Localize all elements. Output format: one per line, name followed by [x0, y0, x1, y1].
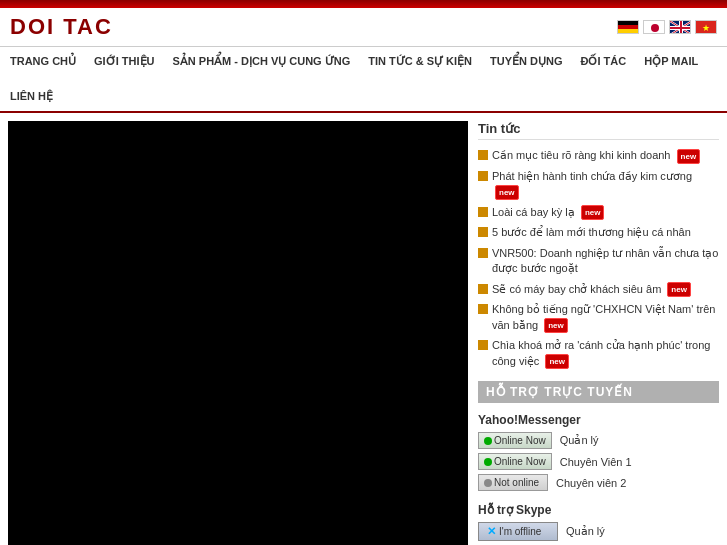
offline-button-text: Not online	[494, 477, 539, 488]
news-bullet-icon	[478, 304, 488, 314]
agent-row: Online Now Chuyên Viên 1	[478, 453, 719, 470]
nav-news[interactable]: TIN TỨC & SỰ KIỆN	[368, 53, 472, 70]
skype-agent-name: Quản lý	[566, 525, 605, 538]
agent-name-3: Chuyên viên 2	[556, 477, 626, 489]
new-badge: new	[544, 318, 568, 333]
skype-button-text: I'm offline	[499, 526, 541, 537]
support-section-header: HỖ TRỢ TRỰC TUYẾN	[478, 381, 719, 403]
list-item: Cần mục tiêu rõ ràng khi kinh doanh new	[478, 148, 719, 164]
news-link[interactable]: Sẽ có máy bay chở khách siêu âm new	[492, 282, 691, 298]
flag-german[interactable]	[617, 20, 639, 34]
list-item: Loài cá bay kỳ lạ new	[478, 205, 719, 221]
main-navigation: TRANG CHỦ GIỚI THIỆU SẢN PHẨM - DỊCH VỤ …	[0, 47, 727, 113]
news-link[interactable]: Không bỏ tiếng ngữ 'CHXHCN Việt Nam' trê…	[492, 302, 719, 333]
list-item: VNR500: Doanh nghiệp tư nhân vẫn chưa tạ…	[478, 246, 719, 277]
offline-status-icon	[484, 479, 492, 487]
flag-japanese[interactable]	[643, 20, 665, 34]
news-bullet-icon	[478, 340, 488, 350]
agent-online-button-2[interactable]: Online Now	[478, 453, 552, 470]
header: DOI TAC	[0, 8, 727, 47]
agent-name-2: Chuyên Viên 1	[560, 456, 632, 468]
news-link[interactable]: 5 bước để làm mới thương hiệu cá nhân	[492, 225, 691, 240]
news-bullet-icon	[478, 284, 488, 294]
news-bullet-icon	[478, 207, 488, 217]
svg-rect-8	[670, 27, 691, 29]
messenger-label: Yahoo!Messenger	[478, 413, 719, 427]
news-list: Cần mục tiêu rõ ràng khi kinh doanh new …	[478, 148, 719, 369]
messenger-section: Yahoo!Messenger Online Now Quản lý Onlin…	[478, 409, 719, 499]
news-bullet-icon	[478, 150, 488, 160]
agent-row: Not online Chuyên viên 2	[478, 474, 719, 491]
nav-home[interactable]: TRANG CHỦ	[10, 53, 76, 70]
new-badge: new	[667, 282, 691, 297]
list-item: 5 bước để làm mới thương hiệu cá nhân	[478, 225, 719, 240]
nav-contact[interactable]: LIÊN HỆ	[10, 88, 53, 105]
news-link[interactable]: Phát hiện hành tinh chứa đầy kim cương n…	[492, 169, 719, 200]
news-link[interactable]: Cần mục tiêu rõ ràng khi kinh doanh new	[492, 148, 700, 164]
skype-offline-button[interactable]: ✕ I'm offline	[478, 522, 558, 541]
online-status-icon	[484, 458, 492, 466]
nav-partners[interactable]: ĐỐI TÁC	[581, 53, 627, 70]
agent-row: Online Now Quản lý	[478, 432, 719, 449]
news-bullet-icon	[478, 171, 488, 181]
new-badge: new	[581, 205, 605, 220]
logo-area: DOI TAC	[10, 14, 113, 40]
main-content: Tin tức Cần mục tiêu rõ ràng khi kinh do…	[0, 113, 727, 545]
media-panel	[8, 121, 468, 545]
skype-section: Hỗ trợ Skype ✕ I'm offline Quản lý	[478, 499, 719, 545]
online-button-text: Online Now	[494, 456, 546, 467]
skype-row: ✕ I'm offline Quản lý	[478, 522, 719, 541]
flag-english[interactable]	[669, 20, 691, 34]
new-badge: new	[677, 149, 701, 164]
online-button-text: Online Now	[494, 435, 546, 446]
agent-offline-button-3[interactable]: Not online	[478, 474, 548, 491]
news-link[interactable]: Loài cá bay kỳ lạ new	[492, 205, 604, 221]
list-item: Sẽ có máy bay chở khách siêu âm new	[478, 282, 719, 298]
skype-label: Hỗ trợ Skype	[478, 503, 719, 517]
logo-text: DOI TAC	[10, 14, 113, 40]
online-status-icon	[484, 437, 492, 445]
flag-vietnamese[interactable]	[695, 20, 717, 34]
list-item: Phát hiện hành tinh chứa đầy kim cương n…	[478, 169, 719, 200]
skype-icon: ✕	[487, 525, 496, 538]
nav-mail[interactable]: HỘP MAIL	[644, 53, 698, 70]
new-badge: new	[495, 185, 519, 200]
nav-about[interactable]: GIỚI THIỆU	[94, 53, 154, 70]
nav-products[interactable]: SẢN PHẨM - DỊCH VỤ CUNG ỨNG	[172, 53, 350, 70]
list-item: Chìa khoá mở ra 'cánh cửa hạnh phúc' tro…	[478, 338, 719, 369]
agent-name-1: Quản lý	[560, 434, 599, 447]
news-bullet-icon	[478, 227, 488, 237]
list-item: Không bỏ tiếng ngữ 'CHXHCN Việt Nam' trê…	[478, 302, 719, 333]
news-bullet-icon	[478, 248, 488, 258]
support-title: HỖ TRỢ TRỰC TUYẾN	[486, 385, 633, 399]
language-flags	[617, 20, 717, 34]
new-badge: new	[545, 354, 569, 369]
news-section-title: Tin tức	[478, 121, 719, 140]
app-container: DOI TAC TRANG CHỦ	[0, 0, 727, 545]
news-link[interactable]: VNR500: Doanh nghiệp tư nhân vẫn chưa tạ…	[492, 246, 719, 277]
right-panel: Tin tức Cần mục tiêu rõ ràng khi kinh do…	[478, 121, 719, 545]
news-link[interactable]: Chìa khoá mở ra 'cánh cửa hạnh phúc' tro…	[492, 338, 719, 369]
agent-online-button-1[interactable]: Online Now	[478, 432, 552, 449]
top-bar	[0, 0, 727, 8]
nav-recruitment[interactable]: TUYỂN DỤNG	[490, 53, 562, 70]
